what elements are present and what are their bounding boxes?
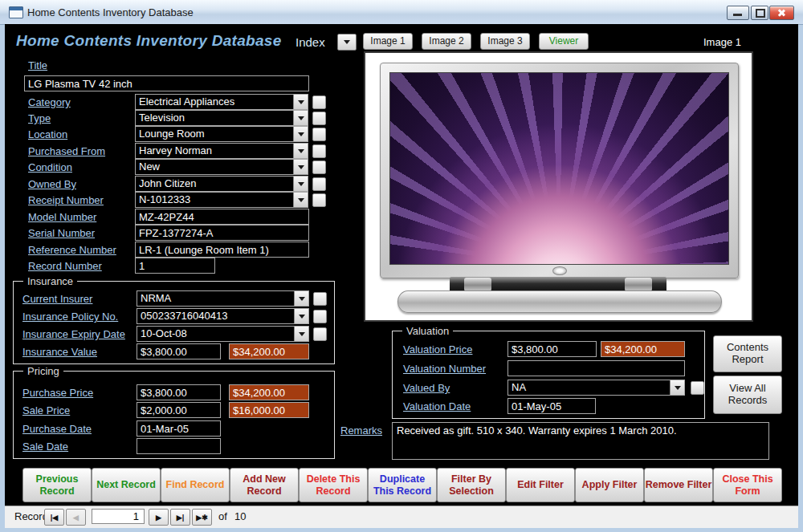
form-window-icon: [9, 6, 23, 18]
receipt-number-select[interactable]: N-1012333: [135, 192, 308, 208]
receipt-number-aux-button[interactable]: [312, 193, 326, 207]
valued-by-label: Valued By: [403, 382, 450, 394]
category-aux-button[interactable]: [312, 95, 326, 109]
tv-screen-plasma-image: [389, 72, 729, 265]
dropdown-arrow-icon[interactable]: [293, 160, 308, 174]
close-button[interactable]: [769, 6, 794, 20]
record-number-input[interactable]: [135, 258, 215, 274]
valuation-price-adjusted-input[interactable]: [601, 341, 685, 357]
insurance-value-input[interactable]: [137, 343, 221, 359]
model-number-label: Model Number: [28, 211, 96, 223]
condition-aux-button[interactable]: [312, 160, 326, 174]
delete-record-button[interactable]: Delete This Record: [299, 468, 368, 502]
previous-record-icon[interactable]: ◀: [66, 509, 86, 526]
find-record-button[interactable]: Find Record: [161, 468, 230, 502]
current-insurer-label: Current Insurer: [22, 293, 92, 305]
dropdown-arrow-icon[interactable]: [294, 327, 308, 341]
view-all-records-button[interactable]: View All Records: [713, 376, 782, 414]
purchased-from-select[interactable]: Harvey Norman: [135, 143, 308, 159]
purchase-price-label: Purchase Price: [22, 387, 93, 399]
apply-filter-button[interactable]: Apply Filter: [575, 468, 644, 502]
minimize-button[interactable]: [727, 6, 749, 20]
purchased-from-aux-button[interactable]: [312, 144, 326, 158]
valuation-legend: Valuation: [402, 325, 453, 337]
dropdown-arrow-icon[interactable]: [670, 380, 684, 395]
reference-number-input[interactable]: [135, 242, 309, 258]
app-window: Home Contents Inventory Database Home Co…: [0, 0, 803, 532]
location-select[interactable]: Lounge Room: [135, 126, 308, 142]
purchase-price-adjusted-input[interactable]: [229, 384, 309, 400]
duplicate-record-button[interactable]: Duplicate This Record: [368, 468, 437, 502]
filter-by-selection-button[interactable]: Filter By Selection: [437, 468, 506, 502]
valued-by-select[interactable]: NA: [507, 380, 685, 396]
next-record-icon[interactable]: ▶: [149, 509, 169, 526]
record-of-label: of: [218, 510, 227, 522]
remove-filter-button[interactable]: Remove Filter: [644, 468, 713, 502]
current-record-input[interactable]: [92, 509, 145, 524]
current-insurer-aux-button[interactable]: [313, 292, 327, 306]
pricing-legend: Pricing: [23, 365, 63, 377]
dropdown-arrow-icon[interactable]: [294, 291, 308, 306]
type-aux-button[interactable]: [312, 112, 326, 125]
dropdown-arrow-icon[interactable]: [293, 111, 308, 125]
edit-filter-button[interactable]: Edit Filter: [506, 468, 575, 502]
valuation-date-label: Valuation Date: [403, 400, 471, 412]
sale-date-label: Sale Date: [22, 441, 68, 453]
dropdown-arrow-icon[interactable]: [293, 144, 308, 158]
policy-no-aux-button[interactable]: [313, 310, 327, 323]
valuation-price-input[interactable]: [507, 341, 597, 357]
owned-by-aux-button[interactable]: [312, 177, 326, 191]
condition-select[interactable]: New: [135, 159, 308, 175]
model-number-input[interactable]: [135, 209, 309, 225]
first-record-icon[interactable]: |◀: [44, 509, 64, 526]
index-label: Index: [296, 35, 325, 49]
contents-report-button[interactable]: Contents Report: [713, 335, 782, 372]
policy-no-select[interactable]: 050233716040413: [137, 308, 309, 324]
dropdown-arrow-icon[interactable]: [293, 127, 308, 141]
valuation-date-input[interactable]: [507, 398, 596, 414]
image1-button[interactable]: Image 1: [363, 33, 413, 50]
tv-stand-base: [397, 290, 722, 313]
image3-button[interactable]: Image 3: [480, 33, 530, 50]
owned-by-select[interactable]: John Citizen: [135, 176, 308, 192]
purchased-from-label: Purchased From: [28, 145, 105, 157]
purchase-price-input[interactable]: [137, 384, 221, 400]
image2-button[interactable]: Image 2: [422, 33, 471, 50]
close-form-button[interactable]: Close This Form: [713, 468, 782, 502]
next-record-button[interactable]: Next Record: [92, 468, 161, 502]
dropdown-arrow-icon[interactable]: [293, 193, 308, 207]
policy-no-label: Insurance Policy No.: [22, 311, 118, 323]
dropdown-arrow-icon[interactable]: [294, 309, 308, 323]
expiry-date-select[interactable]: 10-Oct-08: [137, 326, 309, 342]
purchase-date-input[interactable]: [137, 420, 221, 437]
new-record-icon[interactable]: ▶✱: [192, 509, 212, 526]
category-label: Category: [28, 96, 71, 108]
sale-date-input[interactable]: [137, 438, 221, 454]
dropdown-arrow-icon[interactable]: [293, 95, 308, 109]
index-dropdown[interactable]: [337, 34, 357, 51]
type-select[interactable]: Television: [135, 110, 308, 126]
item-photo: [364, 51, 753, 322]
insurance-value-adjusted-input[interactable]: [229, 343, 309, 359]
sale-price-adjusted-input[interactable]: [229, 402, 309, 418]
expiry-date-aux-button[interactable]: [313, 327, 327, 341]
category-select[interactable]: Electrical Appliances: [135, 94, 308, 110]
tv-brand-logo: [552, 266, 567, 275]
valued-by-aux-button[interactable]: [691, 381, 704, 395]
add-new-record-button[interactable]: Add New Record: [230, 468, 299, 502]
maximize-button[interactable]: [751, 6, 768, 20]
tv-image: [380, 63, 739, 278]
remarks-input[interactable]: Received as gift. 510 x 340. Warranty ex…: [392, 422, 769, 460]
sale-price-input[interactable]: [137, 402, 221, 418]
dropdown-arrow-icon[interactable]: [293, 177, 308, 191]
title-label: Title: [28, 59, 47, 71]
purchase-date-label: Purchase Date: [22, 423, 92, 435]
previous-record-button[interactable]: Previous Record: [22, 468, 92, 502]
location-aux-button[interactable]: [312, 128, 326, 141]
valuation-number-input[interactable]: [507, 360, 685, 376]
viewer-button[interactable]: Viewer: [539, 33, 589, 50]
last-record-icon[interactable]: ▶|: [170, 509, 190, 526]
serial-number-input[interactable]: [135, 225, 309, 241]
current-insurer-select[interactable]: NRMA: [137, 290, 309, 307]
title-input[interactable]: [24, 75, 309, 91]
